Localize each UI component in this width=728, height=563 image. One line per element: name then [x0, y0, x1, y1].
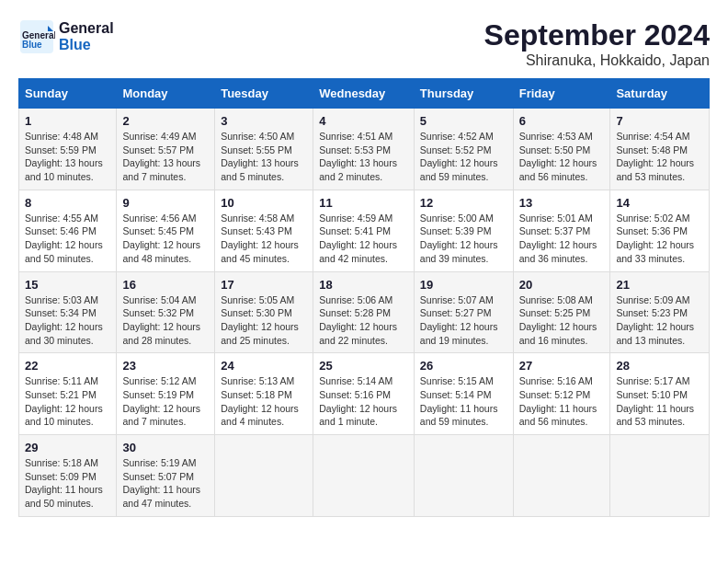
svg-text:Blue: Blue — [22, 40, 42, 50]
calendar-cell — [414, 435, 513, 517]
calendar-cell — [610, 435, 710, 517]
day-info: Sunrise: 4:54 AMSunset: 5:48 PMDaylight:… — [616, 130, 703, 184]
day-number: 15 — [25, 278, 110, 292]
day-number: 12 — [420, 196, 507, 210]
day-number: 28 — [616, 359, 703, 373]
calendar-cell: 20Sunrise: 5:08 AMSunset: 5:25 PMDayligh… — [513, 271, 610, 353]
day-info: Sunrise: 5:19 AMSunset: 5:07 PMDaylight:… — [122, 456, 209, 511]
calendar-week-row: 29Sunrise: 5:18 AMSunset: 5:09 PMDayligh… — [19, 435, 710, 517]
day-info: Sunrise: 5:07 AMSunset: 5:27 PMDaylight:… — [420, 293, 507, 348]
day-number: 6 — [519, 114, 605, 128]
calendar-cell: 10Sunrise: 4:58 AMSunset: 5:43 PMDayligh… — [215, 190, 313, 271]
day-info: Sunrise: 4:48 AMSunset: 5:59 PMDaylight:… — [25, 130, 110, 184]
day-info: Sunrise: 4:51 AMSunset: 5:53 PMDaylight:… — [319, 130, 408, 184]
day-number: 3 — [221, 114, 307, 128]
calendar-cell: 13Sunrise: 5:01 AMSunset: 5:37 PMDayligh… — [513, 190, 610, 271]
day-number: 2 — [122, 114, 209, 128]
day-info: Sunrise: 5:04 AMSunset: 5:32 PMDaylight:… — [122, 293, 209, 348]
day-info: Sunrise: 5:03 AMSunset: 5:34 PMDaylight:… — [25, 293, 110, 348]
location-title: Shiranuka, Hokkaido, Japan — [484, 52, 710, 69]
calendar-cell: 26Sunrise: 5:15 AMSunset: 5:14 PMDayligh… — [414, 353, 513, 435]
calendar-cell: 21Sunrise: 5:09 AMSunset: 5:23 PMDayligh… — [610, 271, 710, 353]
calendar-cell: 5Sunrise: 4:52 AMSunset: 5:52 PMDaylight… — [414, 109, 513, 190]
day-info: Sunrise: 5:12 AMSunset: 5:19 PMDaylight:… — [122, 374, 209, 429]
logo-blue-text: Blue — [59, 37, 114, 53]
weekday-header-tuesday: Tuesday — [215, 79, 313, 109]
weekday-header-thursday: Thursday — [414, 79, 513, 109]
day-info: Sunrise: 4:55 AMSunset: 5:46 PMDaylight:… — [25, 212, 110, 266]
day-info: Sunrise: 5:09 AMSunset: 5:23 PMDaylight:… — [616, 293, 703, 348]
day-number: 20 — [519, 278, 605, 292]
day-info: Sunrise: 5:00 AMSunset: 5:39 PMDaylight:… — [420, 212, 507, 266]
day-info: Sunrise: 5:02 AMSunset: 5:36 PMDaylight:… — [616, 212, 703, 266]
day-info: Sunrise: 5:15 AMSunset: 5:14 PMDaylight:… — [420, 374, 507, 429]
calendar-cell: 17Sunrise: 5:05 AMSunset: 5:30 PMDayligh… — [215, 271, 313, 353]
calendar-cell: 25Sunrise: 5:14 AMSunset: 5:16 PMDayligh… — [313, 353, 415, 435]
day-number: 21 — [616, 278, 703, 292]
day-number: 8 — [25, 196, 110, 210]
weekday-header-monday: Monday — [117, 79, 215, 109]
calendar-week-row: 22Sunrise: 5:11 AMSunset: 5:21 PMDayligh… — [19, 353, 710, 435]
day-number: 16 — [122, 278, 209, 292]
day-info: Sunrise: 5:18 AMSunset: 5:09 PMDaylight:… — [25, 456, 110, 511]
day-number: 23 — [122, 359, 209, 373]
calendar-cell — [215, 435, 313, 517]
calendar-cell: 3Sunrise: 4:50 AMSunset: 5:55 PMDaylight… — [215, 109, 313, 190]
day-number: 14 — [616, 196, 703, 210]
day-number: 19 — [420, 278, 507, 292]
day-info: Sunrise: 5:08 AMSunset: 5:25 PMDaylight:… — [519, 293, 605, 348]
day-number: 7 — [616, 114, 703, 128]
day-info: Sunrise: 5:01 AMSunset: 5:37 PMDaylight:… — [519, 212, 605, 266]
calendar-week-row: 15Sunrise: 5:03 AMSunset: 5:34 PMDayligh… — [19, 271, 710, 353]
calendar-cell — [313, 435, 415, 517]
day-info: Sunrise: 4:49 AMSunset: 5:57 PMDaylight:… — [122, 130, 209, 184]
calendar-cell: 28Sunrise: 5:17 AMSunset: 5:10 PMDayligh… — [610, 353, 710, 435]
calendar-cell: 24Sunrise: 5:13 AMSunset: 5:18 PMDayligh… — [215, 353, 313, 435]
day-number: 24 — [221, 359, 307, 373]
day-info: Sunrise: 5:06 AMSunset: 5:28 PMDaylight:… — [319, 293, 408, 348]
calendar-cell: 23Sunrise: 5:12 AMSunset: 5:19 PMDayligh… — [117, 353, 215, 435]
day-info: Sunrise: 4:56 AMSunset: 5:45 PMDaylight:… — [122, 212, 209, 266]
day-info: Sunrise: 4:53 AMSunset: 5:50 PMDaylight:… — [519, 130, 605, 184]
day-number: 13 — [519, 196, 605, 210]
day-info: Sunrise: 5:11 AMSunset: 5:21 PMDaylight:… — [25, 374, 110, 429]
weekday-header-wednesday: Wednesday — [313, 79, 415, 109]
calendar-table: SundayMondayTuesdayWednesdayThursdayFrid… — [18, 78, 710, 517]
title-section: September 2024 Shiranuka, Hokkaido, Japa… — [484, 18, 710, 69]
day-number: 22 — [25, 359, 110, 373]
weekday-header-saturday: Saturday — [610, 79, 710, 109]
day-info: Sunrise: 5:14 AMSunset: 5:16 PMDaylight:… — [319, 374, 408, 429]
day-info: Sunrise: 5:13 AMSunset: 5:18 PMDaylight:… — [221, 374, 307, 429]
month-title: September 2024 — [484, 18, 710, 52]
weekday-header-row: SundayMondayTuesdayWednesdayThursdayFrid… — [19, 79, 710, 109]
calendar-cell: 14Sunrise: 5:02 AMSunset: 5:36 PMDayligh… — [610, 190, 710, 271]
calendar-cell: 19Sunrise: 5:07 AMSunset: 5:27 PMDayligh… — [414, 271, 513, 353]
calendar-cell: 6Sunrise: 4:53 AMSunset: 5:50 PMDaylight… — [513, 109, 610, 190]
day-number: 27 — [519, 359, 605, 373]
calendar-cell: 11Sunrise: 4:59 AMSunset: 5:41 PMDayligh… — [313, 190, 415, 271]
day-info: Sunrise: 5:16 AMSunset: 5:12 PMDaylight:… — [519, 374, 605, 429]
day-number: 26 — [420, 359, 507, 373]
day-info: Sunrise: 5:17 AMSunset: 5:10 PMDaylight:… — [616, 374, 703, 429]
calendar-cell: 4Sunrise: 4:51 AMSunset: 5:53 PMDaylight… — [313, 109, 415, 190]
day-number: 10 — [221, 196, 307, 210]
day-info: Sunrise: 4:52 AMSunset: 5:52 PMDaylight:… — [420, 130, 507, 184]
day-number: 25 — [319, 359, 408, 373]
day-info: Sunrise: 4:59 AMSunset: 5:41 PMDaylight:… — [319, 212, 408, 266]
calendar-cell: 29Sunrise: 5:18 AMSunset: 5:09 PMDayligh… — [19, 435, 117, 517]
calendar-cell: 30Sunrise: 5:19 AMSunset: 5:07 PMDayligh… — [117, 435, 215, 517]
weekday-header-sunday: Sunday — [19, 79, 117, 109]
calendar-cell: 1Sunrise: 4:48 AMSunset: 5:59 PMDaylight… — [19, 109, 117, 190]
calendar-week-row: 1Sunrise: 4:48 AMSunset: 5:59 PMDaylight… — [19, 109, 710, 190]
day-number: 29 — [25, 441, 110, 454]
day-number: 18 — [319, 278, 408, 292]
logo-general-text: General — [59, 20, 114, 37]
day-number: 1 — [25, 114, 110, 128]
logo: General Blue General Blue — [18, 18, 114, 55]
calendar-cell: 18Sunrise: 5:06 AMSunset: 5:28 PMDayligh… — [313, 271, 415, 353]
calendar-cell — [513, 435, 610, 517]
calendar-cell: 8Sunrise: 4:55 AMSunset: 5:46 PMDaylight… — [19, 190, 117, 271]
calendar-cell: 15Sunrise: 5:03 AMSunset: 5:34 PMDayligh… — [19, 271, 117, 353]
calendar-cell: 16Sunrise: 5:04 AMSunset: 5:32 PMDayligh… — [117, 271, 215, 353]
day-number: 9 — [122, 196, 209, 210]
